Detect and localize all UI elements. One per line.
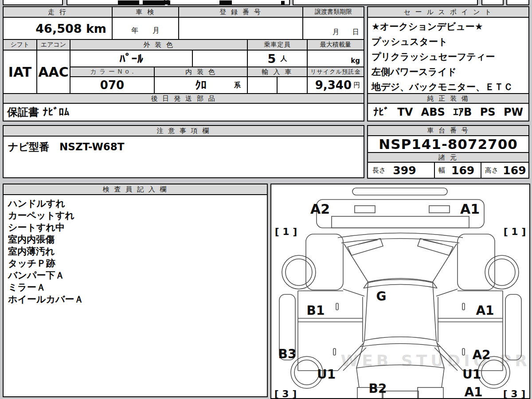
- spec-height-label: 高さ: [485, 166, 498, 175]
- interior-color-suffix: 系: [234, 81, 241, 90]
- inspector-note-item: ミラーＡ: [8, 282, 262, 293]
- capacity-header: 乗車定員: [247, 39, 308, 51]
- damage-label-door-front-left: B1: [307, 303, 325, 318]
- shift-value: IAT: [3, 50, 37, 94]
- spec-width-value: 169: [451, 164, 474, 177]
- sales-points-header: セ ー ル ス ポ イ ン ト: [367, 6, 529, 18]
- damage-label-door-rear-right: A2: [472, 348, 490, 362]
- door-handle-mark: [333, 348, 336, 355]
- import-car-cell-2: [277, 76, 308, 94]
- registration-value: [178, 17, 303, 40]
- exterior-color-extra-cell: [192, 50, 248, 67]
- inspector-note-item: ハンドルすれ: [8, 198, 262, 210]
- transfer-deadline-header: 譲渡書類期限: [302, 6, 364, 18]
- genuine-equipment-header: 純 正 装 備: [367, 93, 529, 104]
- fender-front-right: [458, 234, 495, 290]
- capacity-value: 5 人: [247, 50, 308, 67]
- interior-color-header: 内 装 色: [154, 66, 248, 77]
- spec-height-value: 169: [503, 164, 526, 177]
- inspector-note-item: 室内内張傷: [8, 234, 262, 246]
- spec-length-label: 長さ: [372, 166, 386, 175]
- a-pillar-right: [436, 289, 458, 296]
- hood-arc: [364, 285, 437, 289]
- inspector-note-item: バンパー下Ａ: [8, 270, 262, 282]
- sales-points-list: ★オークションデビュー★ プッシュスタート プリクラッシュセーフティー 左側パワ…: [367, 17, 529, 94]
- damage-label-rear-gate: B2: [369, 381, 387, 396]
- spec-width-label: 幅: [438, 166, 445, 175]
- windshield-edge-right: [433, 244, 457, 282]
- top-cutoff-box: [506, 0, 529, 5]
- inspector-note-item: 室内薄汚れ: [8, 246, 262, 258]
- specs-header: 諸 元: [367, 152, 529, 163]
- inspector-note-item: シートすれ中: [8, 222, 262, 234]
- notes-value: ナビ型番 NSZT-W68T: [3, 136, 364, 178]
- hood-arc: [368, 278, 433, 282]
- sales-point-item: 地デジ、バックモニター、ＥＴＣ: [372, 79, 525, 94]
- damage-label-rear-quarter-left: U1: [317, 367, 336, 382]
- top-cutoff-box: [481, 0, 504, 5]
- door-handle-mark: [462, 303, 465, 310]
- transfer-deadline-value: 月 日: [302, 17, 364, 40]
- cowl-arc: [341, 239, 459, 243]
- top-cutoff-text-remnant: [281, 1, 285, 4]
- sales-point-item: プッシュスタート: [372, 34, 525, 49]
- hood-arc-sides: [364, 282, 437, 288]
- recycle-deposit-value: 9,340 円: [307, 76, 364, 94]
- interior-color-value: ｸﾛ 系: [154, 76, 248, 94]
- bumper-lower-panel: [332, 216, 469, 228]
- max-load-value: kg: [307, 50, 364, 67]
- mileage-value: 46,508 km: [3, 17, 113, 40]
- damage-label-rear-quarter-right: U1: [462, 367, 481, 382]
- shaken-header: 車 検: [112, 6, 179, 18]
- top-cutoff-text-remnant: [219, 0, 232, 4]
- wheel-front-left: [282, 255, 316, 289]
- damage-label-hood: G: [376, 289, 387, 304]
- shift-header: シフト: [3, 39, 37, 51]
- fender-front-left: [306, 234, 343, 290]
- tire-grade-front-left: [ 1 ]: [275, 226, 297, 237]
- registration-header: 登 録 番 号: [178, 6, 303, 18]
- bumper-inset-right: [429, 206, 450, 213]
- wheel-front-right: [485, 255, 519, 289]
- a-pillar-left: [343, 289, 364, 296]
- rear-bumper-piece-right: [418, 387, 443, 398]
- top-cutoff-box: [3, 0, 63, 5]
- top-cutoff-text-remnant: [118, 0, 139, 4]
- genuine-equipment-value: ﾅﾋﾞ TV ABS ｴｱB PS PW: [367, 103, 529, 121]
- tire-grade-rear-right: [ 3 ]: [503, 388, 526, 398]
- rocker-strip-right: [505, 294, 521, 360]
- spec-width-cell: 幅 169: [434, 162, 481, 179]
- tire-grade-front-right: [ 1 ]: [504, 226, 526, 237]
- bumper-inset-left: [355, 206, 375, 213]
- shaken-value: 年 月: [112, 17, 179, 40]
- chassis-number-value: NSP141-8072700: [367, 135, 529, 153]
- damage-label-front-bumper-right: A1: [460, 201, 480, 217]
- sales-point-item: 左側パワースライド: [372, 64, 525, 79]
- tire-grade-rear-left: [ 3 ]: [274, 388, 297, 398]
- car-damage-diagram: WEB STUDIO PRO: [271, 184, 529, 398]
- aircon-value: AAC: [36, 50, 70, 94]
- door-right-crease-lines: [438, 318, 503, 322]
- import-car-cell-1: [247, 76, 278, 94]
- capacity-unit: 人: [280, 55, 287, 63]
- chassis-number-header: 車 台 番 号: [367, 125, 529, 136]
- aircon-header: エアコン: [36, 39, 70, 51]
- color-no-header: カ ラ ー N o .: [70, 66, 155, 77]
- sales-point-item: プリクラッシュセーフティー: [372, 49, 525, 64]
- inspector-note-item: タッチＰ跡: [8, 258, 262, 270]
- roof-panel: [364, 280, 436, 341]
- inspector-note-item: ホイールカバーＡ: [8, 293, 262, 305]
- max-load-header: 最大積載量: [307, 39, 364, 51]
- color-no-value: 070: [70, 76, 155, 94]
- cowl-arc: [338, 233, 463, 238]
- damage-label-front-bumper-left: A2: [310, 201, 330, 217]
- damage-diagram-box: WEB STUDIO PRO: [270, 184, 530, 399]
- auction-sheet: 走 行 車 検 登 録 番 号 譲渡書類期限 46,508 km 年 月 月 日…: [0, 0, 532, 399]
- damage-label-door-front-right: A1: [476, 303, 494, 318]
- door-handle-mark: [336, 303, 338, 310]
- recycle-deposit-header: リサイクル預託金: [307, 66, 364, 77]
- rear-window-arc: [360, 344, 441, 347]
- top-cutoff-text-remnant: [143, 0, 170, 4]
- inspector-notes-list: ハンドルすれ カーペットすれ シートすれ中 室内内張傷 室内薄汚れ タッチＰ跡 …: [3, 194, 268, 397]
- wheel-front-right: [489, 259, 515, 286]
